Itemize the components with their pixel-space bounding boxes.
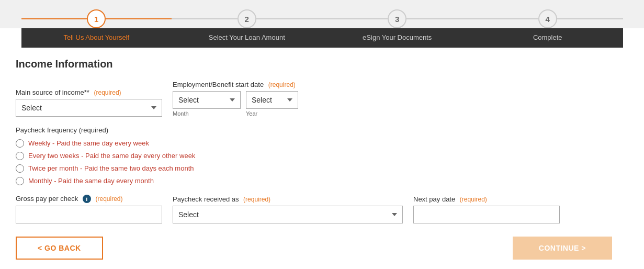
radio-biweekly-label: Every two weeks - Paid the same day ever… <box>28 152 195 160</box>
gross-label: Gross pay per check i (required) <box>16 195 162 203</box>
go-back-button[interactable]: < GO BACK <box>16 237 103 260</box>
step-3-label: eSign Your Documents <box>322 28 473 48</box>
step-4-circle: 4 <box>538 9 557 28</box>
radio-weekly-input[interactable] <box>16 139 24 148</box>
radio-monthly[interactable]: Monthly - Paid the same day every month <box>16 177 612 185</box>
step-4: 4 <box>472 9 623 28</box>
radio-biweekly-input[interactable] <box>16 152 24 160</box>
radio-monthly-label: Monthly - Paid the same day every month <box>28 177 154 185</box>
step-1-circle: 1 <box>87 9 106 28</box>
step-2-label: Select Your Loan Amount <box>172 28 322 48</box>
next-pay-label: Next pay date (required) <box>413 195 560 203</box>
gross-pay-input[interactable] <box>16 206 162 223</box>
buttons-row: < GO BACK CONTINUE > <box>16 237 612 260</box>
radio-twice-month[interactable]: Twice per month - Paid the same two days… <box>16 164 612 173</box>
step-1: 1 <box>21 9 172 28</box>
step-2: 2 <box>172 9 322 28</box>
radio-twice-month-label: Twice per month - Paid the same two days… <box>28 164 194 172</box>
year-sub-label: Year <box>246 110 298 117</box>
paycheck-received-select[interactable]: Select <box>173 206 403 223</box>
continue-button[interactable]: CONTINUE > <box>513 237 612 260</box>
radio-weekly-label: Weekly - Paid the same day every week <box>28 139 149 147</box>
paycheck-as-label: Paycheck received as (required) <box>173 195 403 203</box>
month-select[interactable]: Select <box>173 91 241 109</box>
section-title: Income Information <box>16 58 612 70</box>
info-icon[interactable]: i <box>83 195 91 203</box>
employment-date-label: Employment/Benefit start date (required) <box>173 81 298 88</box>
month-sub-label: Month <box>173 110 241 117</box>
year-select[interactable]: Select <box>246 91 298 109</box>
frequency-label: Paycheck frequency (required) <box>16 126 612 134</box>
radio-weekly[interactable]: Weekly - Paid the same day every week <box>16 139 612 148</box>
income-select[interactable]: Select <box>16 99 162 117</box>
frequency-radio-group: Weekly - Paid the same day every week Ev… <box>16 139 612 185</box>
step-3-circle: 3 <box>388 9 406 28</box>
radio-twice-month-input[interactable] <box>16 164 24 173</box>
step-2-circle: 2 <box>238 9 256 28</box>
radio-monthly-input[interactable] <box>16 177 24 185</box>
step-1-label: Tell Us About Yourself <box>21 28 172 48</box>
step-4-label: Complete <box>472 28 623 48</box>
radio-biweekly[interactable]: Every two weeks - Paid the same day ever… <box>16 152 612 160</box>
income-label: Main source of income** (required) <box>16 88 162 96</box>
step-3: 3 <box>322 9 473 28</box>
next-pay-date-input[interactable] <box>413 206 560 223</box>
